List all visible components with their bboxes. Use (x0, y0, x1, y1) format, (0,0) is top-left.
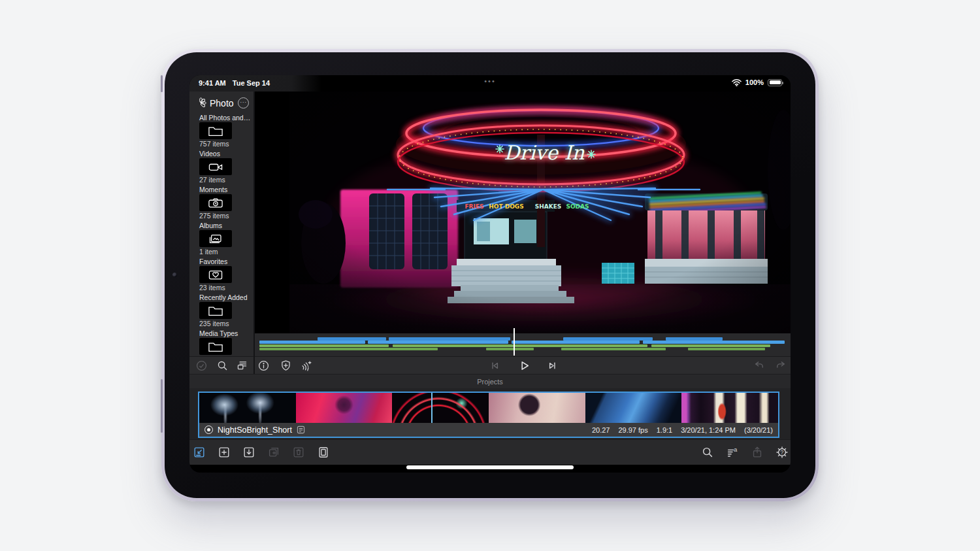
archive-project-button[interactable] (316, 445, 331, 459)
search-projects-button[interactable] (700, 445, 715, 459)
library-item-count: 757 items (199, 140, 253, 148)
clip-info-button[interactable] (256, 358, 270, 373)
project-name[interactable]: NightSoBright_Short (218, 426, 292, 435)
library-item-count: 1 item (199, 248, 253, 256)
timeline-clip-video-overlay[interactable] (666, 337, 723, 341)
insert-media-button[interactable] (192, 445, 206, 459)
share-project-button[interactable] (750, 445, 764, 459)
library-source-title[interactable]: Photo (210, 98, 234, 109)
library-item-count: 275 items (199, 212, 253, 220)
library-item-count: 27 items (199, 176, 253, 184)
front-camera (172, 273, 177, 277)
photo-stack-icon (199, 230, 232, 247)
duplicate-project-button[interactable] (267, 445, 281, 459)
device-speaker-slot (161, 379, 163, 433)
projects-title: Projects (477, 378, 503, 386)
screen: 9:41 AM Tue Sep 14 ••• 100% (189, 75, 791, 473)
project-info-bar: NightSoBright_Short 20.27 29.97 fps 1.9:… (199, 423, 778, 437)
ipad-device: 9:41 AM Tue Sep 14 ••• 100% (161, 49, 819, 501)
library-item-label: Albums (199, 222, 253, 229)
thumbnail-woman-red-neon[interactable] (296, 393, 393, 423)
timeline-clip-audio-main[interactable] (259, 344, 389, 348)
timeline-clip-video-overlay[interactable] (563, 337, 653, 341)
thumbnail-night-house-red-figure[interactable] (681, 393, 778, 423)
thumbnail-neon-drive-in-arcs[interactable] (392, 393, 489, 423)
project-selected-radio-icon[interactable] (204, 426, 213, 434)
timeline-clip-video-overlay[interactable] (389, 337, 510, 341)
timeline-clip-audio-main[interactable] (393, 344, 647, 348)
library-item-label: Videos (199, 150, 253, 158)
timeline-playhead[interactable] (514, 328, 515, 356)
projects-toolbar: a ? (189, 439, 791, 465)
media-list-view-button[interactable] (235, 358, 249, 373)
select-clip-button[interactable] (194, 358, 208, 373)
timeline-tracks (259, 333, 787, 356)
library-header: Photo ··· (189, 92, 253, 111)
sidebar-item-albums[interactable]: Albums 1 item (199, 222, 253, 256)
timeline-clip-video-main[interactable] (512, 341, 640, 344)
status-bar: 9:41 AM Tue Sep 14 ••• 100% (189, 75, 791, 92)
sidebar-item-recently-added[interactable]: Recently Added 235 items (199, 293, 253, 327)
delete-project-button[interactable] (291, 445, 306, 459)
search-media-button[interactable] (215, 358, 229, 373)
undo-button[interactable] (752, 358, 766, 373)
heart-icon (199, 266, 232, 283)
timeline-clip-video-main[interactable] (368, 341, 509, 344)
library-more-button[interactable]: ··· (238, 97, 249, 109)
wifi-icon (732, 79, 742, 86)
import-project-button[interactable] (242, 445, 256, 459)
library-item-count: 23 items (199, 284, 253, 292)
library-item-label: Recently Added (199, 293, 253, 301)
sidebar-item-moments[interactable]: Moments 275 items (199, 186, 253, 220)
shield-plus-button[interactable] (278, 358, 293, 373)
photos-app-icon (195, 97, 206, 109)
media-library-sidebar: Photo ··· All Photos and… 757 items Vide… (189, 92, 253, 356)
new-project-button[interactable] (217, 445, 231, 459)
device-speaker-slot (161, 75, 163, 92)
project-created-date: (3/20/21) (744, 426, 773, 434)
project-framerate: 29.97 fps (618, 426, 647, 434)
folder-icon (199, 302, 232, 319)
timeline-clip-audio-overlay[interactable] (486, 348, 534, 351)
thumbnail-blue-glass-building[interactable] (585, 393, 682, 423)
sidebar-item-videos[interactable]: Videos 27 items (199, 150, 253, 184)
library-list: All Photos and… 757 items Videos 27 item… (189, 111, 253, 363)
thumbnail-portrait-pink[interactable] (489, 393, 585, 423)
redo-button[interactable] (773, 358, 787, 373)
skip-to-start-button[interactable] (487, 358, 502, 373)
folder-icon (199, 338, 232, 355)
timeline-clip-video-main[interactable] (643, 341, 785, 344)
timeline-clip-video-overlay[interactable] (318, 337, 386, 341)
video-preview-area[interactable]: Drive In Drive In FRIES HOT DOGS SHAKES … (253, 92, 791, 333)
timeline-overview[interactable] (253, 333, 791, 356)
project-duration: 20.27 (592, 426, 610, 434)
library-item-label: Media Types (199, 329, 253, 337)
thumbnail-palm-trees[interactable] (199, 393, 296, 423)
svg-text:?: ? (780, 449, 783, 456)
library-item-label: Moments (199, 186, 253, 193)
project-card-selected[interactable]: NightSoBright_Short 20.27 29.97 fps 1.9:… (198, 392, 779, 438)
project-filmstrip (199, 393, 778, 423)
camera-clock-icon (199, 194, 232, 211)
help-settings-button[interactable]: ? (775, 445, 789, 459)
sidebar-item-all-photos[interactable]: All Photos and… 757 items (199, 114, 253, 148)
timeline-clip-audio-main[interactable] (651, 344, 771, 348)
home-indicator[interactable] (406, 465, 574, 469)
sort-projects-button[interactable]: a (725, 445, 740, 459)
skip-to-end-button[interactable] (545, 358, 559, 373)
timeline-clip-audio-overlay[interactable] (561, 348, 666, 351)
battery-icon (768, 79, 782, 86)
timeline-clip-audio-overlay[interactable] (688, 348, 765, 351)
projects-list: NightSoBright_Short 20.27 29.97 fps 1.9:… (189, 388, 791, 439)
sidebar-item-favorites[interactable]: Favorites 23 items (199, 258, 253, 292)
battery-percent: 100% (745, 78, 764, 86)
project-notes-icon[interactable] (297, 426, 305, 434)
timeline-clip-audio-overlay[interactable] (259, 348, 438, 351)
clip-marker (431, 393, 433, 423)
play-button[interactable] (517, 358, 531, 373)
timeline-clip-video-main[interactable] (259, 341, 365, 344)
add-audio-waveform-button[interactable] (299, 358, 313, 373)
library-item-label: All Photos and… (199, 114, 253, 122)
drive-in-photo: Drive In Drive In FRIES HOT DOGS SHAKES … (289, 92, 791, 333)
projects-panel-header: Projects (189, 374, 791, 388)
